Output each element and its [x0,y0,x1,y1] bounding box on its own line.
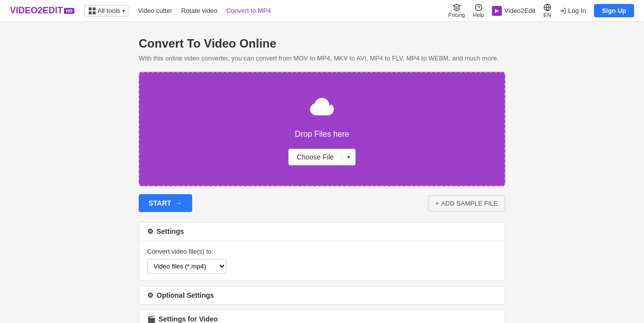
chevron-down-icon: ▾ [122,8,125,13]
settings-header: ⚙ Settings [139,222,505,241]
nav-rotate-video[interactable]: Rotate video [181,7,217,14]
choose-file-dropdown-icon[interactable]: ▾ [342,154,355,161]
gear-icon: ⚙ [147,227,154,235]
grid-icon [89,7,96,14]
choose-file-button[interactable]: Choose File ▾ [288,149,356,165]
optional-gear-icon: ⚙ [147,291,154,299]
svg-rect-2 [89,11,92,14]
upload-area[interactable]: Drop Files here Choose File ▾ [139,72,505,186]
drop-text: Drop Files here [295,130,349,139]
nav-video-cutter[interactable]: Video cutter [138,7,172,14]
logo-badge: HD [64,8,74,14]
upload-icon [307,93,337,124]
nav-convert-mp4[interactable]: Convert to MP4 [226,7,271,14]
language-button[interactable]: EN [543,3,551,18]
video2edit-icon: ▶ [492,6,502,16]
all-tools-button[interactable]: All tools ▾ [84,5,129,16]
help-icon [475,3,483,11]
svg-rect-3 [93,11,96,14]
video2edit-button[interactable]: ▶ Video2Edit [492,6,536,16]
pricing-icon [453,3,461,11]
login-button[interactable]: Log In [559,7,586,14]
svg-rect-1 [93,7,96,10]
logo[interactable]: VIDEO2EDIT HD [10,5,74,16]
video-settings-panel: 🎬 Settings for Video Change frame rate: … [139,310,505,323]
choose-file-label: Choose File [289,153,342,161]
settings-body: Convert video file(s) to: Video files (*… [139,241,505,280]
page-subtitle: With this online video converter, you ca… [139,54,505,62]
start-label: START [149,199,171,207]
optional-settings-title: Optional Settings [157,291,214,299]
all-tools-label: All tools [98,7,120,14]
cloud-upload-svg [307,93,337,122]
nav-left: All tools ▾ Video cutter Rotate video Co… [84,5,448,16]
settings-title: Settings [157,227,184,235]
video-settings-title: Settings for Video [159,315,218,323]
pricing-button[interactable]: Pricing [448,3,465,18]
lang-label: EN [543,12,551,18]
optional-settings-header: ⚙ Optional Settings [139,286,505,304]
video-settings-header: 🎬 Settings for Video [139,310,505,323]
start-button[interactable]: START → [139,194,192,212]
add-sample-label: ADD SAMPLE FILE [441,200,498,207]
settings-panel: ⚙ Settings Convert video file(s) to: Vid… [139,222,505,281]
logo-text: VIDEO2EDIT [10,5,63,16]
optional-settings-panel: ⚙ Optional Settings [139,286,505,305]
add-sample-button[interactable]: + ADD SAMPLE FILE [428,195,505,212]
globe-icon [543,3,551,11]
signup-button[interactable]: Sign Up [594,4,634,17]
header: VIDEO2EDIT HD All tools ▾ Video cutter R… [0,0,644,22]
login-icon [559,7,566,14]
video2edit-label: Video2Edit [504,7,536,14]
format-select[interactable]: Video files (*.mp4) Video files (*.avi) … [147,259,226,273]
help-button[interactable]: Help [473,3,484,18]
svg-rect-0 [89,7,92,10]
page-title: Convert To Video Online [139,37,505,51]
start-arrow-icon: → [175,199,182,207]
add-sample-plus-icon: + [435,200,439,207]
main-content: Convert To Video Online With this online… [129,22,515,323]
nav-right: Pricing Help ▶ Video2Edit EN [448,3,634,18]
film-icon: 🎬 [147,315,156,323]
convert-label: Convert video file(s) to: [147,248,497,255]
action-row: START → + ADD SAMPLE FILE [139,194,505,212]
login-label: Log In [568,7,586,14]
